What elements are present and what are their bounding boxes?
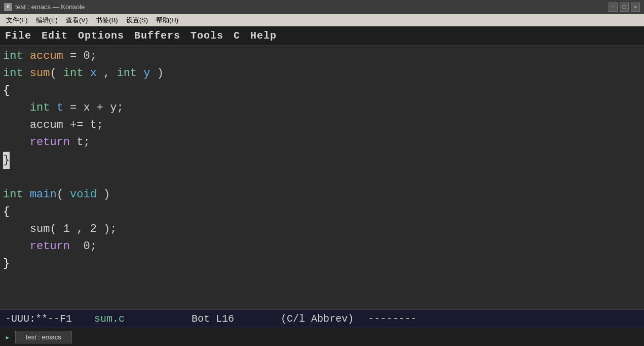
kde-menu-view[interactable]: 查看(V) [62,15,92,26]
emacs-menu-c[interactable]: C [234,30,240,42]
emacs-menu-options[interactable]: Options [78,30,124,42]
statusbar-mode: -UUU:**--F1 [5,313,72,325]
code-line-13: } [3,255,641,272]
minimize-button[interactable]: − [609,3,618,12]
code-line-8 [3,169,641,186]
kde-menu-settings[interactable]: 设置(S) [122,15,152,26]
titlebar-controls: − □ ✕ [609,3,640,12]
code-line-4: int t = x + y; [3,99,641,117]
statusbar: -UUU:**--F1 sum.c Bot L16 (C/l Abbrev) -… [0,309,644,328]
code-editor[interactable]: int accum = 0; int sum( int x , int y ) … [0,46,644,309]
kde-menu-bookmarks[interactable]: 书签(B) [92,15,122,26]
statusbar-dashes: -------- [368,313,416,325]
terminal-prompt-icon: ▸ [5,332,10,342]
code-line-6: return t; [3,134,641,151]
code-line-9: int main( void ) [3,186,641,203]
code-line-1: int accum = 0; [3,48,641,65]
emacs-menu-buffers[interactable]: Buffers [134,30,180,42]
emacs-menubar: File Edit Options Buffers Tools C Help [0,26,644,46]
titlebar-icon: K [4,3,12,11]
emacs-menu-tools[interactable]: Tools [191,30,223,42]
emacs-menu-edit[interactable]: Edit [42,30,68,42]
code-line-2: int sum( int x , int y ) [3,65,641,82]
kde-menubar: 文件(F) 编辑(E) 查看(V) 书签(B) 设置(S) 帮助(H) [0,14,644,26]
kde-menu-file[interactable]: 文件(F) [2,15,32,26]
emacs-menu-file[interactable]: File [5,30,31,42]
terminal-tab[interactable]: test : emacs [15,331,72,343]
maximize-button[interactable]: □ [620,3,629,12]
code-line-11: sum( 1 , 2 ); [3,221,641,238]
titlebar: K test : emacs — Konsole − □ ✕ [0,0,644,14]
statusbar-filename: sum.c [94,313,125,325]
kde-menu-edit[interactable]: 编辑(E) [32,15,62,26]
code-line-5: accum += t; [3,117,641,134]
code-line-7: } [3,152,641,169]
emacs-menu-help[interactable]: Help [250,30,277,42]
code-line-3: { [3,82,641,99]
terminal-bar: ▸ test : emacs [0,328,644,346]
code-line-12: return 0; [3,238,641,255]
kde-menu-help[interactable]: 帮助(H) [152,15,182,26]
titlebar-title: test : emacs — Konsole [15,3,609,11]
code-line-10: { [3,203,641,221]
close-button[interactable]: ✕ [631,3,640,12]
statusbar-extra: (C/l Abbrev) [281,313,354,325]
statusbar-position: Bot L16 [192,313,234,325]
